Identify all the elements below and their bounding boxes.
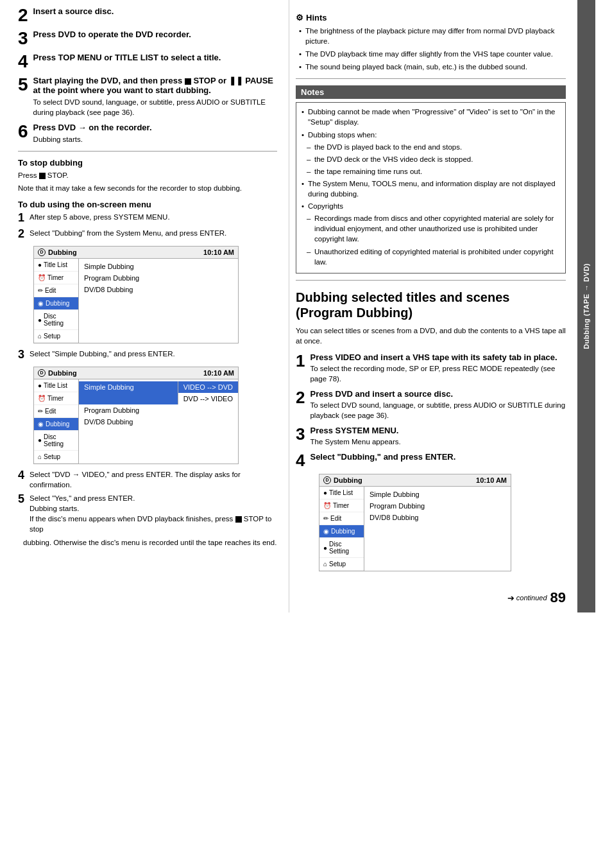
hints-label: Hints: [306, 13, 327, 22]
right-step-title-1: Press VIDEO and insert a VHS tape with i…: [310, 352, 566, 362]
note-item-2: the DVD is played back to the end and st…: [302, 142, 560, 152]
sub-step-2: 2 Select "Dubbing" from the System Menu,…: [18, 228, 277, 241]
to-dub-title: To dub using the on-screen menu: [18, 200, 277, 209]
right-step-4: 4 Select "Dubbing," and press ENTER.: [296, 452, 566, 469]
divider-1: [18, 151, 277, 152]
right-step-1: 1 Press VIDEO and insert a VHS tape with…: [296, 352, 566, 384]
titlelist-icon-3: ●: [323, 489, 327, 496]
step-5-body: To select DVD sound, language, or subtit…: [33, 97, 277, 117]
step-6: 6 Press DVD → on the recorder. Dubbing s…: [18, 123, 277, 144]
menu-header-3: D Dubbing 10:10 AM: [319, 474, 511, 487]
setup-label-2: Setup: [44, 453, 60, 460]
setup-label-3: Setup: [329, 560, 346, 568]
option-program-1: Program Dubbing: [79, 272, 238, 284]
step-2-content: Insert a source disc.: [33, 6, 277, 17]
sidebar-item-titlelist-1: ● Title List: [34, 259, 78, 272]
sub-number-1: 1: [18, 212, 24, 225]
sidebar-item-timer-1: ⏰ Timer: [34, 272, 78, 284]
step-5-content: Start playing the DVD, and then press ST…: [33, 76, 277, 117]
right-step-content-1: Press VIDEO and insert a VHS tape with i…: [310, 352, 566, 384]
timer-icon-1: ⏰: [38, 274, 46, 281]
step-number-3: 3: [18, 30, 28, 48]
disc-label-3: Disc Setting: [329, 541, 360, 555]
option-dvd8-1: DV/D8 Dubbing: [79, 284, 238, 295]
menu-options-1: Simple Dubbing Program Dubbing DV/D8 Dub…: [79, 259, 238, 343]
hint-item-1: The brightness of the playback picture m…: [299, 26, 566, 46]
notes-section: Notes Dubbing cannot be made when "Progr…: [296, 85, 566, 273]
step-number-2: 2: [18, 6, 28, 24]
menu-body-3: ● Title List ⏰ Timer ✏ Edit: [319, 487, 511, 571]
edit-label-2: Edit: [45, 408, 56, 415]
hints-list: The brightness of the playback picture m…: [296, 26, 566, 72]
step-3-content: Press DVD to operate the DVD recorder.: [33, 30, 277, 40]
page-number: 89: [550, 589, 566, 606]
notes-box: Dubbing cannot be made when "Progressive…: [296, 102, 566, 273]
setup-label-1: Setup: [44, 333, 60, 340]
right-step-body-3: The System Menu appears.: [310, 437, 566, 447]
sub-number-4: 4: [18, 469, 24, 482]
menu-time-1: 10:10 AM: [203, 248, 234, 256]
dubbing-label-2: Dubbing: [46, 421, 69, 428]
titlelist-icon-2: ●: [38, 382, 42, 389]
stop-icon-5b: [235, 516, 242, 523]
sub-step-3: 3 Select "Simple Dubbing," and press ENT…: [18, 349, 277, 361]
step-number-4: 4: [18, 53, 28, 71]
note-item-0: Dubbing cannot be made when "Progressive…: [302, 107, 560, 127]
edit-icon-3: ✏: [323, 515, 328, 522]
right-step-2: 2 Press DVD and insert a source disc. To…: [296, 389, 566, 421]
step-5: 5 Start playing the DVD, and then press …: [18, 76, 277, 117]
right-step-body-1: To select the recording mode, SP or EP, …: [310, 363, 566, 384]
to-stop-title: To stop dubbing: [18, 158, 277, 168]
right-side-wrapper: ⚙ Hints The brightness of the playback p…: [289, 0, 612, 612]
edit-icon-1: ✏: [38, 287, 43, 294]
timer-label-1: Timer: [47, 274, 64, 281]
note-item-4: the tape remaining time runs out.: [302, 166, 560, 177]
main-content: 2 Insert a source disc. 3 Press DVD to o…: [0, 0, 612, 612]
step-4-title: Press TOP MENU or TITLE LIST to select a…: [33, 53, 277, 62]
sidebar-item-disc-1: ● Disc Setting: [34, 310, 78, 330]
disc-label-2: Disc Setting: [44, 433, 74, 447]
sub-content-5: Select "Yes," and press ENTER.Dubbing st…: [30, 493, 277, 534]
continued-label: continued: [516, 594, 547, 602]
edit-label-3: Edit: [330, 515, 341, 522]
tab-label: Dubbing (TAPE → DVD): [582, 263, 590, 349]
note-item-8: Unauthorized editing of copyrighted mate…: [302, 247, 560, 267]
tab-sidebar: Dubbing (TAPE → DVD): [577, 0, 595, 612]
stop-icon-ts: [39, 173, 46, 179]
step-number-6: 6: [18, 123, 28, 141]
menu-title-2: Dubbing: [48, 369, 77, 377]
note-item-3: the DVD deck or the VHS video deck is st…: [302, 154, 560, 164]
step-4: 4 Press TOP MENU or TITLE LIST to select…: [18, 53, 277, 71]
titlelist-label-1: Title List: [44, 261, 67, 268]
divider-right-2: [296, 280, 566, 281]
sidebar-item-disc-2: ● Disc Setting: [34, 431, 78, 451]
sidebar-item-edit-2: ✏ Edit: [34, 405, 78, 418]
menu-title-1: Dubbing: [48, 248, 77, 256]
disc-icon-1: ●: [38, 317, 42, 324]
notes-list: Dubbing cannot be made when "Progressive…: [302, 107, 560, 266]
dvd-icon-1: D: [38, 248, 46, 256]
step-2: 2 Insert a source disc.: [18, 6, 277, 24]
step-6-title: Press DVD → on the recorder.: [33, 123, 277, 132]
dubbing-icon-3: ◉: [323, 528, 329, 535]
option-simple-3: Simple Dubbing: [364, 489, 511, 500]
step-2-title: Insert a source disc.: [33, 6, 277, 16]
dubbing-icon-2: ◉: [38, 421, 44, 428]
option-dvd8-2: DV/D8 Dubbing: [79, 416, 238, 428]
setup-icon-1: ⌂: [38, 333, 42, 340]
menu-box-3: D Dubbing 10:10 AM ● Title List ⏰: [319, 474, 511, 571]
menu-title-3: Dubbing: [334, 476, 362, 484]
step-5-title: Start playing the DVD, and then press ST…: [33, 76, 277, 95]
sidebar-item-setup-2: ⌂ Setup: [34, 451, 78, 464]
timer-icon-2: ⏰: [38, 395, 46, 402]
submenu-2: VIDEO --> DVD DVD --> VIDEO: [178, 381, 238, 404]
dvd-icon-3: D: [323, 476, 331, 484]
hints-section: ⚙ Hints The brightness of the playback p…: [296, 13, 566, 72]
hint-item-2: The DVD playback time may differ slightl…: [299, 49, 566, 59]
left-column: 2 Insert a source disc. 3 Press DVD to o…: [0, 0, 289, 612]
edit-icon-2: ✏: [38, 408, 43, 415]
step-3-title: Press DVD to operate the DVD recorder.: [33, 30, 277, 39]
pause-icon: ❚❚: [229, 76, 243, 85]
menu-box-1: D Dubbing 10:10 AM ● Title List ⏰: [33, 246, 239, 343]
section-description: You can select titles or scenes from a D…: [296, 326, 566, 346]
